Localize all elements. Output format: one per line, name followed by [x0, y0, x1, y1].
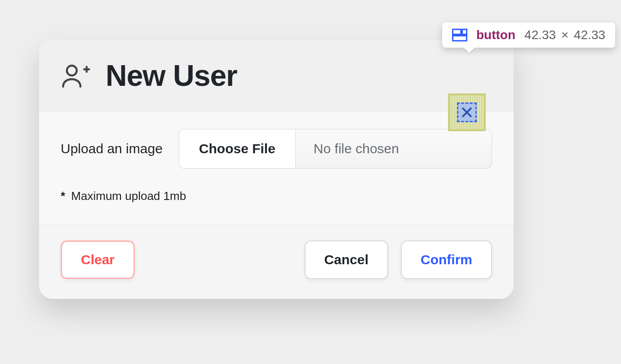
upload-row: Upload an image Choose File No file chos…	[61, 129, 492, 169]
confirm-button[interactable]: Confirm	[401, 240, 492, 279]
dialog-title: New User	[106, 58, 237, 93]
close-icon	[460, 106, 474, 119]
layout-icon	[452, 28, 467, 42]
dialog-header: New User	[39, 40, 514, 111]
upload-label: Upload an image	[61, 141, 163, 156]
close-button[interactable]	[457, 102, 477, 122]
cancel-button[interactable]: Cancel	[305, 240, 388, 279]
file-chosen-text: No file chosen	[296, 129, 492, 168]
times-icon: ×	[559, 28, 570, 42]
upload-helper-label: Maximum upload 1mb	[71, 189, 186, 203]
asterisk-icon: *	[61, 189, 65, 203]
tooltip-element-tag: button	[476, 28, 515, 42]
upload-helper-text: * Maximum upload 1mb	[61, 189, 492, 203]
tooltip-width: 42.33	[524, 28, 556, 42]
dialog-body: Upload an image Choose File No file chos…	[39, 111, 514, 225]
svg-rect-5	[452, 29, 461, 34]
tooltip-dimensions: 42.33 × 42.33	[524, 28, 605, 42]
new-user-dialog: New User Upload an image Choose File No …	[39, 40, 514, 299]
close-button-highlight	[448, 93, 486, 131]
svg-rect-7	[452, 36, 466, 40]
clear-button[interactable]: Clear	[61, 240, 135, 279]
choose-file-button[interactable]: Choose File	[179, 129, 296, 168]
dialog-footer: Clear Cancel Confirm	[39, 225, 514, 299]
svg-point-0	[67, 66, 77, 75]
user-plus-icon	[61, 61, 90, 90]
svg-rect-6	[462, 29, 467, 34]
tooltip-height: 42.33	[574, 28, 605, 42]
file-input[interactable]: Choose File No file chosen	[179, 129, 492, 169]
devtools-tooltip: button 42.33 × 42.33	[442, 22, 615, 48]
